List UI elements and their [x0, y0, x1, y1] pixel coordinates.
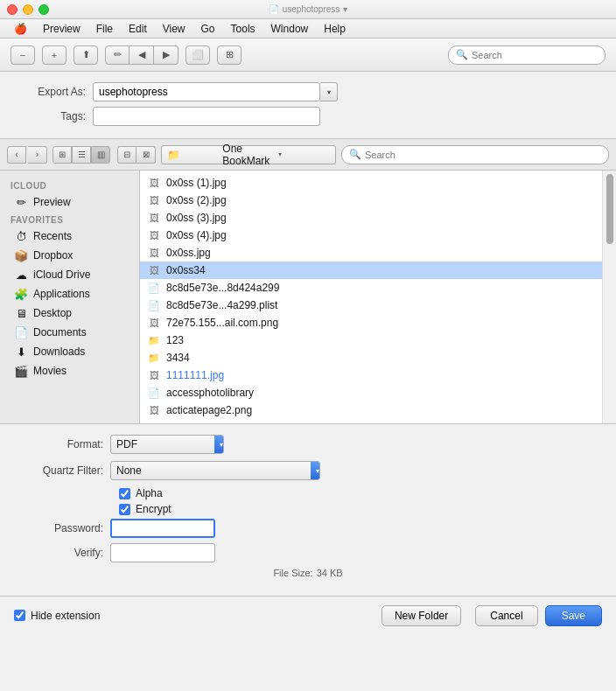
file-item[interactable]: 🖼0x0ss (3).jpg	[140, 209, 602, 227]
encrypt-label[interactable]: Encrypt	[136, 503, 172, 515]
view-column-button[interactable]: ▥	[91, 146, 110, 164]
quartz-select[interactable]: None ▾	[110, 461, 320, 480]
menu-view[interactable]: View	[156, 21, 192, 37]
file-item[interactable]: 🖼72e75.155...ail.com.png	[140, 314, 602, 332]
sidebar-item-recents[interactable]: ⏱ Recents	[4, 227, 136, 246]
menu-tools[interactable]: Tools	[224, 21, 262, 37]
format-select[interactable]: PDF ▾	[110, 435, 224, 454]
desktop-icon: 🖥	[14, 306, 28, 320]
file-name: 8c8d5e73e...8d424a299	[166, 282, 279, 294]
scrollbar[interactable]	[602, 171, 616, 423]
file-type-icon: 📄	[147, 298, 161, 312]
icloud-drive-icon: ☁	[14, 268, 28, 282]
menu-help[interactable]: Help	[317, 21, 353, 37]
file-item[interactable]: 🖼0x0ss.jpg	[140, 244, 602, 262]
menu-edit[interactable]: Edit	[122, 21, 154, 37]
file-name: 8c8d5e73e...4a299.plist	[166, 299, 277, 311]
menu-file[interactable]: File	[89, 21, 120, 37]
verify-row: Verify:	[14, 543, 602, 562]
share-button[interactable]: ⬆	[74, 45, 98, 65]
menu-preview[interactable]: Preview	[36, 21, 88, 37]
file-name: accessphotolibrary	[166, 387, 254, 399]
file-name: 0x0ss (4).jpg	[166, 229, 227, 241]
sidebar-item-icloud-drive[interactable]: ☁ iCloud Drive	[4, 265, 136, 284]
sidebar-item-movies[interactable]: 🎬 Movies	[4, 361, 136, 380]
sidebar-item-label-desktop: Desktop	[33, 307, 72, 319]
hide-extension-label[interactable]: Hide extension	[31, 610, 100, 622]
file-item[interactable]: 📄8c8d5e73e...4a299.plist	[140, 297, 602, 314]
file-item[interactable]: 📄accessphotolibrary	[140, 384, 602, 401]
file-item[interactable]: 🖼0x0ss (1).jpg	[140, 174, 602, 192]
sidebar-item-label-documents: Documents	[33, 326, 87, 339]
file-item[interactable]: 🖼0x0ss (2).jpg	[140, 192, 602, 209]
menu-window[interactable]: Window	[264, 21, 316, 37]
view-icon-button[interactable]: ⊞	[52, 146, 72, 164]
file-item[interactable]: 🖼1111111.jpg	[140, 366, 602, 384]
browser-back-button[interactable]: ‹	[7, 146, 26, 164]
file-item[interactable]: 🖼acticatepage2.png	[140, 401, 602, 419]
sidebar-item-downloads[interactable]: ⬇ Downloads	[4, 342, 136, 361]
file-item[interactable]: 🖼0x0ss (4).jpg	[140, 227, 602, 244]
encrypt-checkbox[interactable]	[119, 504, 130, 515]
view-cover-button[interactable]: ⊟	[117, 146, 136, 164]
file-item[interactable]: 📁123	[140, 332, 602, 349]
quartz-arrow-icon: ▾	[311, 462, 320, 479]
file-name: 3434	[166, 352, 190, 364]
file-item[interactable]: 🖼0x0ss34	[140, 262, 602, 279]
alpha-label[interactable]: Alpha	[136, 487, 163, 499]
alpha-checkbox[interactable]	[119, 488, 130, 499]
hide-extension-checkbox[interactable]	[14, 610, 25, 621]
sidebar-item-dropbox[interactable]: 📦 Dropbox	[4, 246, 136, 265]
icloud-section-label: iCloud	[0, 178, 139, 192]
password-input[interactable]	[110, 519, 215, 538]
export-panel: Export As: ▾ Tags:	[0, 72, 616, 139]
file-type-icon: 🖼	[147, 316, 161, 330]
apple-menu[interactable]: 🍎	[7, 21, 34, 37]
toggle-button[interactable]: ⊞	[217, 45, 242, 65]
new-folder-button[interactable]: New Folder	[382, 605, 461, 626]
action-button[interactable]: ⬜	[186, 45, 210, 65]
export-as-arrow[interactable]: ▾	[320, 82, 338, 101]
file-type-icon: 🖼	[147, 176, 161, 190]
location-dropdown[interactable]: 📁 One BookMark ▾	[161, 145, 336, 164]
view-share-extra-button[interactable]: ⊠	[136, 146, 156, 164]
tags-input[interactable]	[93, 107, 320, 126]
sidebar-item-label-icloud-drive: iCloud Drive	[33, 269, 90, 281]
sidebar-item-desktop[interactable]: 🖥 Desktop	[4, 304, 136, 323]
action-buttons: Cancel Save	[475, 605, 602, 626]
annotate-button[interactable]: ✏	[105, 45, 130, 65]
folder-icon: 📁	[167, 149, 219, 161]
file-type-icon: 📁	[147, 333, 161, 347]
filesize-value: 34 KB	[317, 568, 343, 578]
sidebar-item-preview[interactable]: ✏ Preview	[4, 192, 136, 212]
zoom-in-button[interactable]: +	[42, 45, 66, 65]
content-area: iCloud ✏ Preview Favorites ⏱ Recents 📦 D…	[0, 171, 616, 424]
browser-search-input[interactable]	[365, 150, 601, 160]
file-item[interactable]: 📄8c8d5e73e...8d424a299	[140, 279, 602, 297]
minimize-button[interactable]	[23, 4, 33, 15]
quartz-value: None	[116, 464, 314, 477]
file-name: 0x0ss34	[166, 264, 206, 276]
cancel-button[interactable]: Cancel	[475, 605, 537, 626]
toolbar-search-input[interactable]	[472, 50, 598, 60]
maximize-button[interactable]	[38, 4, 49, 15]
verify-input[interactable]	[110, 543, 215, 562]
nav-forward-toolbar[interactable]: ▶	[154, 45, 178, 65]
sidebar-item-applications[interactable]: 🧩 Applications	[4, 284, 136, 304]
verify-label: Verify:	[14, 547, 110, 559]
zoom-out-button[interactable]: −	[10, 45, 35, 65]
traffic-lights	[7, 4, 49, 15]
export-as-input[interactable]	[93, 82, 320, 101]
sidebar-item-documents[interactable]: 📄 Documents	[4, 323, 136, 342]
file-item[interactable]: 📁3434	[140, 349, 602, 366]
browser-forward-button[interactable]: ›	[28, 146, 47, 164]
scroll-thumb[interactable]	[606, 174, 613, 244]
view-list-button[interactable]: ☰	[72, 146, 91, 164]
file-item[interactable]: 🖼activatebtn.png	[140, 419, 602, 423]
sidebar-item-label-downloads: Downloads	[33, 346, 85, 358]
menu-go[interactable]: Go	[194, 21, 222, 37]
save-button[interactable]: Save	[545, 605, 602, 626]
close-button[interactable]	[7, 4, 18, 15]
favorites-section-label: Favorites	[0, 212, 139, 227]
nav-back-toolbar[interactable]: ◀	[130, 45, 154, 65]
